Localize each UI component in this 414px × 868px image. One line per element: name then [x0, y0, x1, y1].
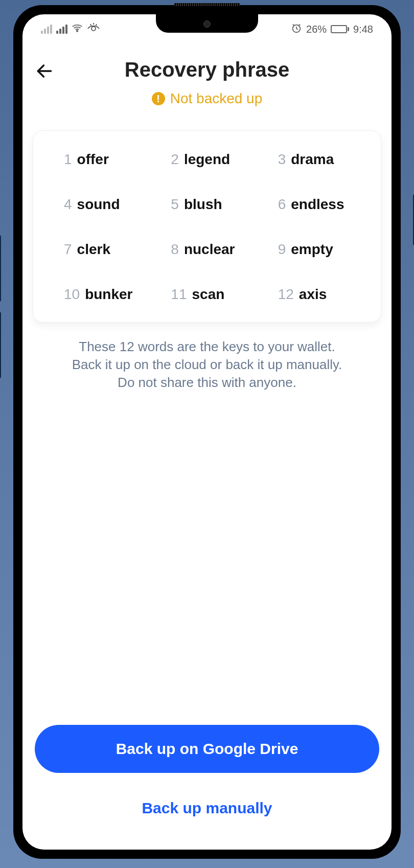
phrase-word-text: blush	[184, 196, 222, 213]
info-text: These 12 words are the keys to your wall…	[26, 338, 388, 392]
phrase-word-number: 1	[64, 151, 72, 168]
phrase-word: 2legend	[155, 151, 258, 168]
svg-point-0	[77, 30, 78, 32]
info-line-2: Back it up on the cloud or back it up ma…	[46, 356, 368, 374]
phrase-word: 11scan	[155, 286, 258, 303]
page-title: Recovery phrase	[36, 58, 378, 81]
phrase-word-text: scan	[192, 286, 224, 303]
wifi-icon	[72, 22, 83, 36]
phrase-word-text: sound	[77, 196, 120, 213]
phrase-word: 3drama	[263, 151, 365, 168]
battery-percent: 26%	[306, 24, 327, 35]
status-time: 9:48	[353, 24, 373, 35]
phrase-word: 4sound	[49, 196, 151, 213]
volume-down-button[interactable]	[0, 312, 1, 378]
phrase-word-text: clerk	[77, 241, 110, 258]
phrase-word-number: 8	[171, 241, 179, 258]
screen: 26% 9:48 Recovery phrase ! No	[22, 14, 392, 850]
phrase-word-number: 6	[278, 196, 286, 213]
phrase-word: 12axis	[263, 286, 365, 303]
backup-status-text: Not backed up	[170, 90, 263, 107]
recovery-phrase-card: 1offer2legend3drama4sound5blush6endless7…	[33, 130, 381, 323]
signal-2-icon	[56, 25, 67, 34]
front-camera	[203, 20, 211, 28]
info-line-1: These 12 words are the keys to your wall…	[46, 338, 368, 356]
phrase-word-text: empty	[291, 241, 333, 258]
signal-1-icon	[41, 25, 52, 34]
phone-speaker	[174, 3, 240, 6]
notch	[156, 14, 258, 33]
phrase-word: 9empty	[263, 241, 365, 258]
phrase-word-number: 7	[64, 241, 72, 258]
svg-point-1	[91, 27, 96, 31]
app-header: Recovery phrase ! Not backed up	[26, 38, 388, 112]
phrase-word: 7clerk	[49, 241, 151, 258]
phrase-word-text: offer	[77, 151, 109, 168]
phrase-word-number: 2	[171, 151, 179, 168]
phrase-word-text: bunker	[85, 286, 132, 303]
backup-google-drive-button[interactable]: Back up on Google Drive	[35, 725, 379, 773]
phrase-word: 10bunker	[49, 286, 151, 303]
warning-icon: !	[152, 92, 165, 105]
phrase-word-text: endless	[291, 196, 344, 213]
back-button[interactable]	[35, 61, 54, 83]
phrase-word-number: 4	[64, 196, 72, 213]
backup-status-badge: ! Not backed up	[152, 90, 263, 107]
phrase-word: 6endless	[263, 196, 365, 213]
phrase-word-number: 11	[171, 286, 187, 303]
battery-icon	[331, 25, 349, 33]
phrase-word: 8nuclear	[155, 241, 258, 258]
backup-manually-button[interactable]: Back up manually	[26, 800, 388, 850]
phrase-word-text: nuclear	[184, 241, 235, 258]
phrase-word: 5blush	[155, 196, 258, 213]
phrase-word: 1offer	[49, 151, 151, 168]
phrase-word-text: axis	[299, 286, 327, 303]
alarm-icon	[291, 22, 302, 36]
eye-icon	[87, 23, 100, 36]
phrase-word-number: 9	[278, 241, 286, 258]
info-line-3: Do not share this with anyone.	[46, 374, 368, 392]
phrase-word-number: 12	[278, 286, 294, 303]
phone-frame: 26% 9:48 Recovery phrase ! No	[13, 5, 401, 859]
phrase-word-text: legend	[184, 151, 230, 168]
phrase-word-number: 5	[171, 196, 179, 213]
phrase-word-number: 10	[64, 286, 80, 303]
volume-up-button[interactable]	[0, 235, 1, 302]
phrase-word-number: 3	[278, 151, 286, 168]
phrase-word-text: drama	[291, 151, 334, 168]
